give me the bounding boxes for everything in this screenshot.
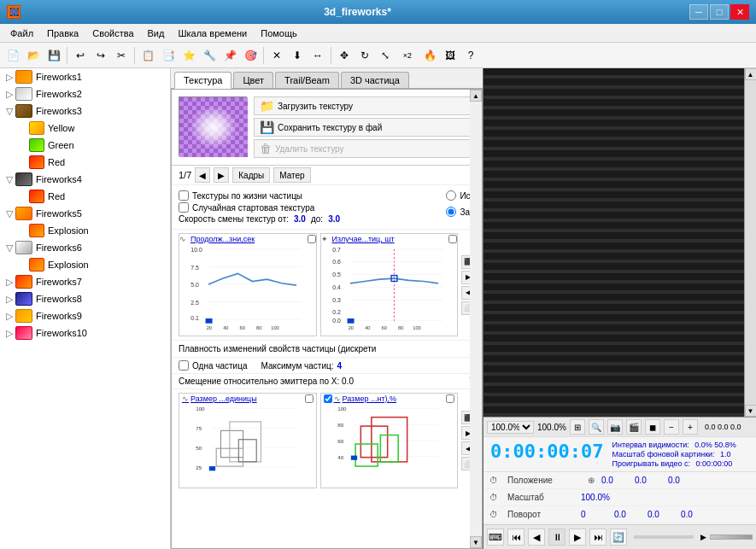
tree-item-fireworks4[interactable]: ▽ Fireworks4 [0, 171, 170, 188]
duration-graph-checkbox[interactable] [308, 235, 316, 243]
tool5-button[interactable]: 🔧 [200, 46, 219, 65]
one-particle-checkbox[interactable] [179, 360, 189, 371]
redo-button[interactable]: ↪ [91, 46, 110, 65]
tree-item-fireworks9[interactable]: ▷ Fireworks9 [0, 307, 170, 324]
maximize-button[interactable]: □ [710, 4, 729, 20]
expand-arrow-fw2[interactable]: ▷ [3, 89, 15, 100]
x2-btn[interactable]: ×2 [396, 46, 419, 65]
expand-arrow-fw8[interactable]: ▷ [3, 294, 15, 305]
tool10-button[interactable]: ↔ [308, 46, 327, 65]
play-pause-button[interactable]: ⏸ [548, 529, 566, 546]
volume-slider[interactable] [710, 534, 753, 540]
save-texture-button[interactable]: 💾 Сохранить текстуру в фай [254, 118, 475, 137]
tree-item-fireworks7[interactable]: ▷ Fireworks7 [0, 273, 170, 290]
tree-item-fireworks2[interactable]: ▷ Fireworks2 [0, 85, 170, 102]
expand-arrow-fw1[interactable]: ▷ [3, 72, 15, 83]
load-texture-button[interactable]: 📁 Загрузить текстуру [254, 96, 475, 115]
random-start-checkbox[interactable] [179, 202, 189, 213]
keyframe-button[interactable]: ⌨ [487, 529, 504, 546]
loop-button[interactable]: 🔄 [610, 529, 627, 546]
preview-scrollbar-v[interactable]: ▲ ▼ [744, 68, 756, 417]
save-button[interactable]: 💾 [44, 46, 63, 65]
duration-graph-canvas[interactable]: 10.0 7.5 5.0 2.5 0.1 [179, 244, 316, 332]
tree-item-fireworks5[interactable]: ▽ Fireworks5 [0, 205, 170, 222]
size-units-checkbox[interactable] [305, 394, 314, 403]
tree-item-green[interactable]: ▷ Green [0, 137, 170, 154]
content-scrollbar[interactable]: ▲ ▼ [470, 90, 482, 548]
textures-life-checkbox[interactable] [179, 190, 189, 201]
radio-isp[interactable] [446, 190, 456, 201]
menu-timeline[interactable]: Шкала времени [171, 26, 254, 40]
tool9-button[interactable]: ⬇ [288, 46, 307, 65]
tree-item-fireworks3[interactable]: ▽ Fireworks3 [0, 102, 170, 120]
rotate-btn[interactable]: ↻ [355, 46, 374, 65]
size-percent-checkbox[interactable] [446, 394, 454, 403]
prev-frame-button[interactable]: ◀ [528, 529, 545, 546]
tree-item-exp1[interactable]: ▷ Explosion [0, 222, 170, 239]
minimize-button[interactable]: ─ [689, 4, 708, 20]
new-button[interactable]: 📄 [3, 46, 22, 65]
expand-arrow-fw9[interactable]: ▷ [3, 311, 15, 322]
tree-item-fireworks8[interactable]: ▷ Fireworks8 [0, 290, 170, 307]
radio-zap[interactable] [446, 207, 456, 217]
tree-item-fireworks10[interactable]: ▷ Fireworks10 [0, 324, 170, 342]
size-percent-enable-checkbox[interactable] [324, 394, 332, 403]
content-scroll-up[interactable]: ▲ [470, 90, 482, 102]
menu-properties[interactable]: Свойства [85, 26, 140, 40]
tool7-button[interactable]: 🎯 [241, 46, 260, 65]
tl-btn7[interactable]: + [683, 419, 698, 435]
tab-color[interactable]: Цвет [233, 72, 273, 88]
tab-texture[interactable]: Текстура [174, 72, 231, 89]
emit-graph-checkbox[interactable] [448, 235, 457, 243]
tree-item-fireworks1[interactable]: ▷ Fireworks1 [0, 68, 170, 85]
tab-3d[interactable]: 3D частица [341, 72, 409, 88]
tree-item-red2[interactable]: ▷ Red [0, 188, 170, 205]
tree-item-yellow[interactable]: ▷ Yellow [0, 120, 170, 137]
tool8-button[interactable]: ✕ [267, 46, 286, 65]
preview-scroll-down[interactable]: ▼ [745, 405, 757, 417]
mater-button[interactable]: Матер [273, 167, 310, 183]
tool2-button[interactable]: 📋 [138, 46, 157, 65]
tree-item-exp2[interactable]: ▷ Explosion [0, 256, 170, 273]
menu-help[interactable]: Помощь [254, 26, 304, 40]
next-frame-button[interactable]: ▶ [569, 529, 586, 546]
expand-arrow-fw4[interactable]: ▽ [3, 174, 15, 185]
preview-area[interactable] [483, 68, 744, 417]
expand-arrow-fw6[interactable]: ▽ [3, 242, 15, 254]
menu-view[interactable]: Вид [141, 26, 172, 40]
zoom-select[interactable]: 100.0% [487, 421, 534, 434]
tl-btn2[interactable]: 🔍 [589, 419, 604, 435]
menu-edit[interactable]: Правка [40, 26, 85, 40]
tree-item-fireworks6[interactable]: ▽ Fireworks6 [0, 239, 170, 256]
expand-arrow-fw10[interactable]: ▷ [3, 328, 15, 339]
tl-btn5[interactable]: ◼ [645, 419, 660, 435]
expand-arrow-fw5[interactable]: ▽ [3, 208, 15, 219]
tl-btn6[interactable]: − [664, 419, 679, 435]
emit-graph-canvas[interactable]: 0.7 0.6 0.5 0.4 0.3 0.2 0.0 [321, 244, 458, 332]
tool6-button[interactable]: 📌 [220, 46, 239, 65]
tl-btn1[interactable]: ⊞ [570, 419, 585, 435]
open-button[interactable]: 📂 [24, 46, 43, 65]
tool4-button[interactable]: ⭐ [179, 46, 198, 65]
undo-button[interactable]: ↩ [71, 46, 90, 65]
frames-button[interactable]: Кадры [232, 167, 270, 183]
content-scroll-track[interactable] [470, 102, 482, 536]
preview-scroll-up[interactable]: ▲ [745, 68, 757, 80]
size-percent-canvas[interactable]: 100 80 60 40 [321, 404, 458, 484]
tree-item-red1[interactable]: ▷ Red [0, 154, 170, 171]
playback-slider[interactable] [634, 535, 694, 539]
scale-btn[interactable]: ⤡ [376, 46, 395, 65]
help-btn[interactable]: ? [461, 46, 480, 65]
prev-key-button[interactable]: ⏮ [507, 529, 525, 546]
delete-texture-button[interactable]: 🗑 Удалить текстуру [254, 139, 475, 158]
expand-arrow-fw7[interactable]: ▷ [3, 277, 15, 288]
close-button[interactable]: ✕ [730, 4, 749, 20]
content-scroll-down[interactable]: ▼ [470, 536, 482, 548]
nav-prev-button[interactable]: ◀ [195, 167, 210, 183]
tl-btn3[interactable]: 📷 [607, 419, 623, 435]
tool3-button[interactable]: 📑 [159, 46, 178, 65]
move-btn[interactable]: ✥ [335, 46, 354, 65]
size-units-canvas[interactable]: 100 75 50 25 [179, 404, 316, 484]
nav-next-button[interactable]: ▶ [214, 167, 229, 183]
next-key-button[interactable]: ⏭ [589, 529, 607, 546]
